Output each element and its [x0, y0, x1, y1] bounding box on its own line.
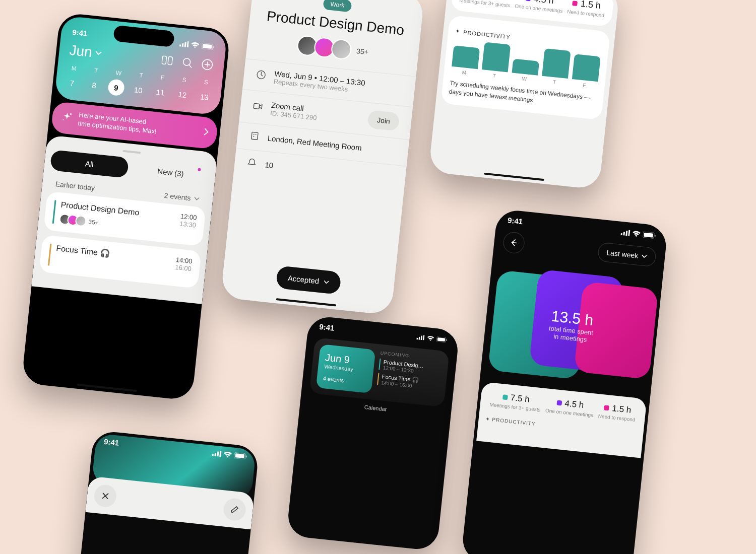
phone-widget-dark: 9:41 Jun 9 Wednesday 4 events UPCOMING P…	[286, 315, 460, 551]
sparkle-icon	[60, 111, 73, 125]
battery-icon	[436, 336, 448, 342]
join-button[interactable]: Join	[367, 110, 400, 131]
svg-rect-8	[168, 56, 173, 65]
svg-rect-6	[213, 46, 214, 48]
stat-meetings-3plus[interactable]: 7.5 h Meetings for 3+ guests	[489, 391, 542, 412]
day-9-selected[interactable]: 9	[107, 79, 125, 96]
svg-rect-28	[446, 339, 447, 340]
chevron-down-icon	[323, 279, 330, 285]
ai-tips-text: Here are your AI-based time optimization…	[78, 111, 158, 136]
svg-rect-36	[212, 454, 214, 456]
event-title: Focus Time 🎧	[55, 243, 171, 266]
notification-dot	[198, 168, 201, 171]
svg-rect-27	[437, 337, 446, 341]
event-accent	[377, 373, 379, 385]
wifi-icon	[223, 451, 232, 458]
home-indicator[interactable]	[77, 384, 137, 392]
reminder-count: 10	[265, 161, 274, 170]
svg-rect-23	[419, 336, 420, 339]
phone-calendar-main: 9:41 Jun M T W T F S S	[21, 12, 230, 400]
category-tag[interactable]: Work	[323, 0, 352, 12]
svg-point-15	[62, 119, 64, 120]
productivity-card: ✦ PRODUCTIVITY M T W T F Try scheduling …	[440, 15, 610, 120]
day-11[interactable]: 11	[152, 83, 169, 101]
home-indicator[interactable]	[276, 298, 337, 307]
stat-need-respond[interactable]: 1.5 h Need to respond	[567, 0, 606, 18]
status-indicators	[212, 450, 248, 459]
status-time: 9:41	[319, 322, 335, 332]
event-times: 14:00 16:00	[174, 256, 193, 281]
svg-rect-22	[416, 337, 418, 339]
month-selector[interactable]: Jun	[69, 42, 103, 62]
stat-need-respond[interactable]: 1.5 h Need to respond	[598, 402, 637, 423]
bell-icon	[246, 157, 258, 170]
svg-rect-25	[423, 335, 425, 340]
day-12[interactable]: 12	[173, 86, 191, 103]
bar-fri	[572, 54, 601, 82]
range-selector[interactable]: Last week	[597, 242, 657, 267]
signal-icon	[620, 229, 630, 236]
svg-rect-39	[219, 450, 221, 456]
avatar	[330, 38, 352, 60]
svg-rect-38	[217, 451, 219, 456]
bar-mon	[452, 45, 480, 69]
close-button[interactable]	[93, 483, 117, 508]
stat-color-dot	[573, 1, 578, 6]
svg-rect-2	[184, 42, 186, 47]
widget-event-count: 4 events	[323, 375, 366, 386]
events-sheet: All New (3) Earlier today 2 events Produ…	[31, 135, 218, 304]
rsvp-button[interactable]: Accepted	[276, 265, 342, 295]
chevron-down-icon	[641, 253, 648, 259]
phone-stats-dark: 9:41 Last week 13.5 h total time spentin…	[461, 209, 668, 554]
bar-thu	[542, 48, 571, 79]
svg-line-13	[205, 64, 210, 65]
wifi-icon	[427, 335, 434, 341]
day-7[interactable]: 7	[63, 74, 81, 92]
status-time: 9:41	[103, 437, 119, 447]
svg-rect-7	[162, 56, 167, 64]
status-time: 9:41	[507, 216, 523, 226]
svg-rect-37	[214, 452, 216, 456]
svg-rect-18	[251, 132, 258, 140]
bar-tue	[482, 42, 511, 72]
battery-icon	[643, 231, 656, 239]
stat-meetings-3plus[interactable]: 7.5 h Meetings for 3+ guests	[459, 0, 512, 8]
svg-rect-29	[620, 233, 622, 235]
close-icon	[101, 492, 110, 501]
stat-color-dot	[604, 405, 609, 410]
svg-rect-17	[254, 103, 260, 109]
home-indicator[interactable]	[484, 173, 544, 181]
upcoming-column: UPCOMING Product Desig… 12:00 – 13:30 Fo…	[376, 351, 443, 400]
arrow-left-icon	[510, 238, 519, 247]
svg-rect-41	[235, 453, 244, 458]
day-13[interactable]: 13	[196, 88, 213, 105]
search-icon[interactable]	[180, 55, 195, 70]
add-icon[interactable]	[200, 57, 215, 72]
svg-rect-31	[625, 231, 627, 236]
hero-graphic: 13.5 h total time spentin meetings	[487, 260, 656, 391]
stat-color-dot	[525, 0, 531, 1]
stat-one-on-one[interactable]: 4.5 h One on one meetings	[515, 0, 564, 14]
chevron-down-icon	[194, 195, 200, 202]
video-icon	[252, 101, 264, 114]
calendar-widget[interactable]: Jun 9 Wednesday 4 events UPCOMING Produc…	[309, 337, 450, 407]
signal-icon	[179, 40, 189, 47]
view-toggle-icon[interactable]	[160, 53, 174, 68]
stat-one-on-one[interactable]: 4.5 h One on one meetings	[545, 396, 595, 418]
sparkle-icon: ✦	[455, 28, 461, 35]
status-indicators	[416, 334, 448, 342]
phone-stats-light: 7.5 h Meetings for 3+ guests 4.5 h One o…	[428, 0, 620, 190]
back-button[interactable]	[502, 231, 526, 254]
clock-icon	[256, 69, 268, 82]
svg-rect-32	[628, 230, 630, 236]
svg-rect-3	[187, 41, 189, 47]
day-10[interactable]: 10	[130, 81, 147, 99]
signal-icon	[416, 334, 425, 340]
svg-rect-5	[203, 44, 212, 49]
edit-button[interactable]	[222, 497, 246, 521]
day-8[interactable]: 8	[85, 76, 103, 94]
drag-handle[interactable]	[122, 150, 141, 154]
tab-new[interactable]: New (3)	[131, 158, 210, 187]
attendee-overflow: 35+	[356, 47, 368, 56]
tab-all[interactable]: All	[50, 150, 129, 178]
